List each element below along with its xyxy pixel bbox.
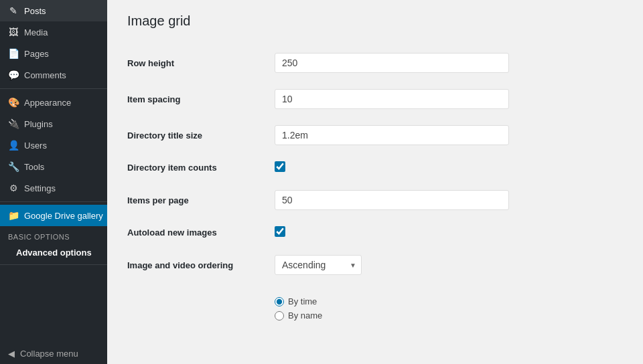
sidebar-item-appearance[interactable]: 🎨 Appearance — [0, 92, 107, 113]
sidebar-item-label: Tools — [24, 162, 44, 172]
sidebar-item-users[interactable]: 👤 Users — [0, 134, 107, 156]
collapse-icon: ◀ — [8, 349, 15, 359]
main-content: Image grid Row height Item spacing Direc… — [107, 0, 643, 364]
item-spacing-input[interactable] — [275, 89, 509, 109]
directory-item-counts-label: Directory item counts — [127, 153, 275, 182]
sidebar-item-tools[interactable]: 🔧 Tools — [0, 156, 107, 177]
ordering-select-wrapper: Ascending Descending ▼ — [275, 255, 362, 275]
users-icon: 👤 — [8, 140, 19, 151]
by-time-radio-label[interactable]: By time — [275, 296, 623, 306]
ordering-radio-row: By time By name — [127, 283, 623, 329]
sidebar-item-google-drive[interactable]: 📁 Google Drive gallery — [0, 205, 107, 226]
sidebar-item-comments[interactable]: 💬 Comments — [0, 64, 107, 86]
directory-item-counts-row: Directory item counts — [127, 153, 623, 182]
row-height-row: Row height — [127, 45, 623, 81]
page-title: Image grid — [127, 13, 623, 29]
row-height-input[interactable] — [275, 53, 509, 73]
sidebar-item-label: Pages — [24, 49, 49, 59]
collapse-menu-label: Collapse menu — [20, 349, 78, 359]
settings-icon: ⚙ — [8, 183, 19, 193]
sidebar-item-media[interactable]: 🖼 Media — [0, 21, 107, 43]
directory-item-counts-checkbox[interactable] — [275, 161, 285, 172]
row-height-label: Row height — [127, 45, 275, 81]
sidebar-sub-item-advanced-options[interactable]: Advanced options — [0, 244, 107, 262]
sidebar-item-label: Google Drive gallery — [24, 211, 103, 221]
plugins-icon: 🔌 — [8, 118, 19, 129]
media-icon: 🖼 — [8, 27, 19, 37]
by-time-label: By time — [288, 296, 317, 306]
autoload-new-images-row: Autoload new images — [127, 218, 623, 247]
sidebar-item-label: Settings — [24, 183, 56, 193]
sidebar-item-label: Comments — [24, 70, 66, 80]
sidebar-item-settings[interactable]: ⚙ Settings — [0, 177, 107, 199]
directory-title-size-label: Directory title size — [127, 117, 275, 153]
items-per-page-row: Items per page — [127, 182, 623, 218]
item-spacing-row: Item spacing — [127, 81, 623, 117]
image-video-ordering-row: Image and video ordering Ascending Desce… — [127, 247, 623, 283]
item-spacing-label: Item spacing — [127, 81, 275, 117]
comments-icon: 💬 — [8, 70, 19, 80]
google-drive-icon: 📁 — [8, 210, 19, 221]
by-name-radio-label[interactable]: By name — [275, 310, 623, 321]
by-name-radio[interactable] — [275, 311, 284, 321]
image-video-ordering-label: Image and video ordering — [127, 247, 275, 283]
sidebar-item-label: Posts — [24, 6, 46, 16]
pages-icon: 📄 — [8, 48, 19, 59]
tools-icon: 🔧 — [8, 161, 19, 172]
directory-title-size-row: Directory title size — [127, 117, 623, 153]
items-per-page-input[interactable] — [275, 190, 509, 210]
autoload-new-images-checkbox[interactable] — [275, 226, 285, 237]
appearance-icon: 🎨 — [8, 97, 19, 108]
sidebar-item-label: Users — [24, 141, 47, 151]
by-name-label: By name — [288, 310, 322, 321]
basic-options-section-label: Basic options — [0, 226, 107, 244]
directory-title-size-input[interactable] — [275, 125, 509, 145]
sidebar-item-label: Plugins — [24, 119, 53, 129]
sidebar: ✎ Posts 🖼 Media 📄 Pages 💬 Comments 🎨 App… — [0, 0, 107, 364]
sidebar-item-pages[interactable]: 📄 Pages — [0, 43, 107, 64]
by-time-radio[interactable] — [275, 297, 284, 306]
ordering-radio-group: By time By name — [275, 296, 623, 321]
collapse-menu-button[interactable]: ◀ Collapse menu — [0, 343, 107, 364]
sidebar-item-posts[interactable]: ✎ Posts — [0, 0, 107, 21]
sidebar-item-plugins[interactable]: 🔌 Plugins — [0, 113, 107, 134]
settings-form: Row height Item spacing Directory title … — [127, 45, 623, 329]
autoload-new-images-label: Autoload new images — [127, 218, 275, 247]
items-per-page-label: Items per page — [127, 182, 275, 218]
sidebar-item-label: Appearance — [24, 98, 71, 108]
sidebar-item-label: Media — [24, 27, 48, 37]
posts-icon: ✎ — [8, 5, 19, 16]
ordering-select[interactable]: Ascending Descending — [275, 255, 362, 275]
